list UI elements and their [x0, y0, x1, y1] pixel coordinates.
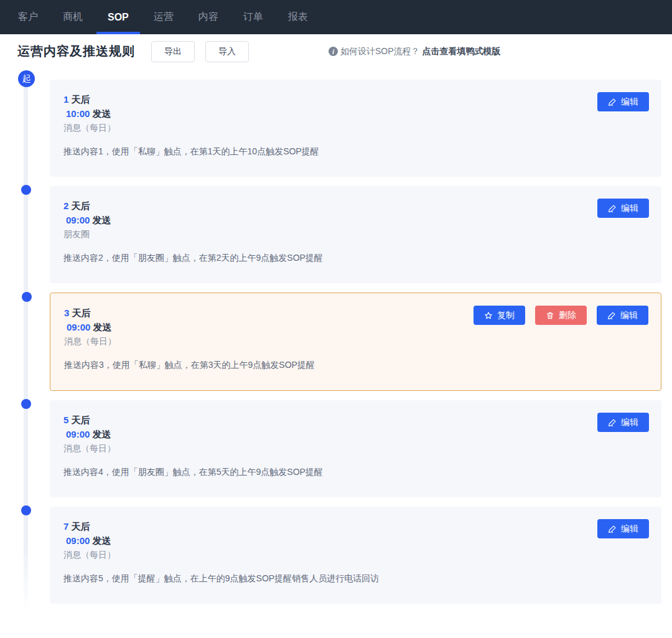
timeline-dot: [22, 292, 32, 302]
nav-tab-content[interactable]: 内容: [192, 0, 225, 34]
rule-schedule: 7 天后 09:00 发送 消息（每日）: [63, 519, 116, 562]
edit-button-label: 编辑: [620, 310, 638, 321]
pencil-icon: [608, 418, 617, 427]
nav-tab-label: 内容: [198, 11, 218, 24]
pencil-icon: [608, 98, 617, 106]
timeline-dot: [21, 505, 31, 515]
delete-button-label: 删除: [559, 310, 576, 321]
nav-tab-label: SOP: [108, 12, 129, 23]
rule-send-label: 发送: [93, 535, 111, 546]
rule-day-suffix: 天后: [72, 307, 91, 318]
nav-tab-label: 商机: [63, 11, 83, 24]
rule-time: 09:00: [66, 429, 90, 439]
nav-tab-operations[interactable]: 运营: [147, 0, 180, 34]
delete-button[interactable]: 删除: [535, 306, 587, 325]
import-button[interactable]: 导入: [205, 41, 249, 62]
sop-help: i 如何设计SOP流程？ 点击查看填鸭式模版: [329, 46, 501, 57]
rule-type: 消息（每日）: [64, 334, 116, 349]
edit-button[interactable]: 编辑: [597, 413, 649, 432]
rule-time-line: 09:00 发送: [63, 533, 116, 548]
rule-send-label: 发送: [93, 108, 111, 119]
info-icon: i: [329, 47, 338, 56]
nav-tab-label: 报表: [288, 11, 308, 24]
sop-rule-card[interactable]: 2 天后 09:00 发送 朋友圈 编辑 推送内容2，使用「朋友圈」触点，在第2…: [50, 186, 661, 283]
timeline-start-badge: 起: [18, 70, 35, 87]
nav-tab-label: 运营: [154, 11, 174, 24]
rule-day-line: 1 天后: [63, 92, 116, 106]
rule-time: 09:00: [66, 215, 90, 225]
pencil-icon: [608, 204, 617, 213]
rule-time-line: 09:00 发送: [63, 427, 116, 441]
copy-button-label: 复制: [497, 310, 515, 321]
rule-day-suffix: 天后: [72, 200, 90, 211]
pencil-icon: [607, 311, 616, 320]
sop-rule-card[interactable]: 3 天后 09:00 发送 消息（每日） 复制 删除 编辑 推送内容3，使: [50, 293, 661, 391]
rule-day-line: 7 天后: [63, 519, 116, 533]
rule-description: 推送内容4，使用「朋友圈」触点，在第5天的上午9点触发SOP提醒: [63, 465, 649, 479]
sop-timeline: 起 1 天后 10:00 发送 消息（每日） 编辑 推送内容1，使用「私聊」触点…: [0, 68, 672, 619]
rule-time-line: 09:00 发送: [64, 320, 116, 334]
sop-card-list: 1 天后 10:00 发送 消息（每日） 编辑 推送内容1，使用「私聊」触点，在…: [50, 80, 661, 604]
rule-actions: 复制 删除 编辑: [474, 306, 648, 325]
edit-button[interactable]: 编辑: [597, 199, 649, 218]
sop-rule-card[interactable]: 7 天后 09:00 发送 消息（每日） 编辑 推送内容5，使用「提醒」触点，在…: [50, 507, 661, 604]
rule-actions: 编辑: [597, 199, 649, 218]
copy-button[interactable]: 复制: [474, 306, 525, 325]
nav-tab-reports[interactable]: 报表: [282, 0, 314, 34]
rule-time: 09:00: [67, 322, 90, 332]
rule-schedule: 3 天后 09:00 发送 消息（每日）: [64, 306, 116, 349]
rule-day-number: 3: [64, 307, 69, 318]
star-icon: [484, 311, 493, 320]
rule-actions: 编辑: [597, 519, 649, 538]
sop-rule-card[interactable]: 1 天后 10:00 发送 消息（每日） 编辑 推送内容1，使用「私聊」触点，在…: [50, 80, 661, 177]
edit-button[interactable]: 编辑: [597, 519, 649, 538]
export-button[interactable]: 导出: [151, 41, 195, 62]
rule-day-suffix: 天后: [72, 521, 90, 532]
rule-description: 推送内容5，使用「提醒」触点，在上午的9点触发SOP提醒销售人员进行电话回访: [63, 571, 649, 585]
rule-send-label: 发送: [93, 322, 112, 332]
nav-tab-orders[interactable]: 订单: [237, 0, 269, 34]
rule-description: 推送内容2，使用「朋友圈」触点，在第2天的上午9点触发SOP提醒: [63, 251, 649, 265]
help-template-link[interactable]: 点击查看填鸭式模版: [422, 46, 501, 57]
rule-type: 消息（每日）: [63, 548, 116, 562]
rule-description: 推送内容3，使用「私聊」触点，在第3天的上午9点触发SOP提醒: [64, 358, 648, 372]
rule-type: 朋友圈: [63, 227, 111, 242]
rule-time: 09:00: [66, 535, 90, 546]
nav-tab-customers[interactable]: 客户: [12, 0, 44, 34]
rule-actions: 编辑: [597, 92, 649, 111]
top-nav: 客户 商机 SOP 运营 内容 订单 报表: [0, 0, 672, 34]
active-tab-underline: [96, 32, 140, 34]
sop-rule-card[interactable]: 5 天后 09:00 发送 消息（每日） 编辑 推送内容4，使用「朋友圈」触点，…: [50, 400, 661, 497]
rule-actions: 编辑: [597, 413, 649, 432]
page-title: 运营内容及推送规则: [17, 43, 135, 60]
trash-icon: [546, 311, 554, 320]
edit-button-label: 编辑: [621, 417, 638, 428]
rule-day-number: 5: [63, 415, 68, 425]
nav-tab-sop[interactable]: SOP: [101, 0, 135, 34]
rule-type: 消息（每日）: [63, 121, 116, 135]
nav-tab-label: 订单: [243, 11, 263, 24]
edit-button[interactable]: 编辑: [597, 306, 648, 325]
rule-schedule: 1 天后 10:00 发送 消息（每日）: [63, 92, 116, 135]
rule-time: 10:00: [66, 108, 90, 119]
nav-tab-opportunities[interactable]: 商机: [57, 0, 89, 34]
rule-day-number: 1: [63, 94, 68, 105]
edit-button-label: 编辑: [621, 203, 638, 214]
rule-day-number: 2: [63, 200, 68, 211]
timeline-dot: [21, 399, 31, 409]
rule-day-suffix: 天后: [72, 94, 90, 105]
rule-type: 消息（每日）: [63, 441, 116, 456]
rule-time-line: 09:00 发送: [63, 213, 111, 227]
pencil-icon: [608, 525, 617, 533]
edit-button-label: 编辑: [621, 96, 638, 108]
rule-day-line: 5 天后: [63, 413, 116, 427]
rule-send-label: 发送: [93, 429, 111, 439]
nav-tab-label: 客户: [18, 11, 38, 24]
edit-button[interactable]: 编辑: [597, 92, 649, 111]
rule-time-line: 10:00 发送: [63, 106, 116, 121]
rule-description: 推送内容1，使用「私聊」触点，在第1天的上午10点触发SOP提醒: [63, 144, 649, 158]
rule-day-suffix: 天后: [72, 415, 90, 425]
rule-schedule: 2 天后 09:00 发送 朋友圈: [63, 199, 111, 242]
timeline-line: [24, 82, 28, 612]
edit-button-label: 编辑: [621, 523, 638, 535]
